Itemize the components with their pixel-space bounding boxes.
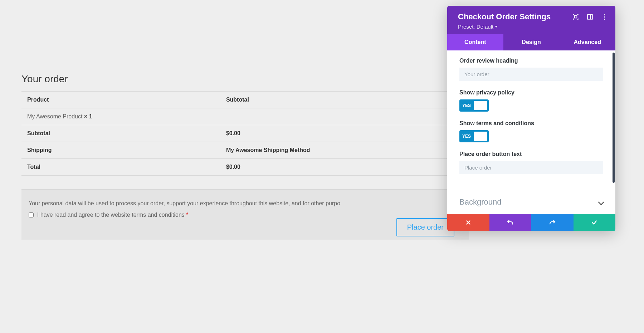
preset-label: Preset: Default xyxy=(458,24,493,30)
tab-advanced[interactable]: Advanced xyxy=(559,34,615,50)
checkout-main: Your order Product Subtotal My Awesome P… xyxy=(0,0,490,251)
panel-tabs: Content Design Advanced xyxy=(447,34,615,50)
privacy-toggle[interactable]: YES xyxy=(459,99,489,112)
total-label: Total xyxy=(21,159,220,176)
toggle-knob xyxy=(474,101,487,110)
layout-icon[interactable] xyxy=(587,14,593,20)
accordion-background[interactable]: Background xyxy=(447,190,615,214)
subtotal-row: Subtotal $0.00 xyxy=(21,125,469,142)
toggle-knob xyxy=(474,132,487,141)
panel-title: Checkout Order Settings xyxy=(458,12,551,21)
settings-panel: Checkout Order Settings xyxy=(447,6,615,231)
redo-icon xyxy=(549,219,556,226)
required-asterisk: * xyxy=(186,212,188,218)
field-terms: Show terms and conditions YES xyxy=(459,120,603,142)
cancel-button[interactable] xyxy=(447,214,489,231)
tab-content[interactable]: Content xyxy=(447,34,503,50)
close-icon xyxy=(465,219,472,226)
terms-toggle[interactable]: YES xyxy=(459,130,489,142)
chevron-down-icon xyxy=(598,199,604,205)
terms-toggle-text: YES xyxy=(462,130,471,142)
product-subtotal-cell xyxy=(220,108,469,125)
button-text-input[interactable] xyxy=(459,161,603,174)
shipping-row: Shipping My Awesome Shipping Method xyxy=(21,142,469,159)
table-row: My Awesome Product × 1 xyxy=(21,108,469,125)
subtotal-value: $0.00 xyxy=(220,125,469,142)
terms-text: I have read and agree to the website ter… xyxy=(37,212,186,218)
privacy-label: Show privacy policy xyxy=(459,89,603,96)
tab-design[interactable]: Design xyxy=(503,34,560,50)
privacy-text: Your personal data will be used to proce… xyxy=(29,200,462,207)
product-cell: My Awesome Product × 1 xyxy=(21,108,220,125)
terms-label: I have read and agree to the website ter… xyxy=(37,212,189,218)
order-table: Product Subtotal My Awesome Product × 1 … xyxy=(21,91,469,176)
order-heading-label: Order review heading xyxy=(459,58,603,64)
panel-footer xyxy=(447,214,615,231)
total-row: Total $0.00 xyxy=(21,159,469,176)
order-heading: Your order xyxy=(21,73,469,85)
svg-rect-1 xyxy=(587,14,592,19)
table-header-row: Product Subtotal xyxy=(21,92,469,108)
field-button-text: Place order button text xyxy=(459,151,603,174)
place-order-wrap: Place order xyxy=(21,218,469,236)
shipping-label: Shipping xyxy=(21,142,220,159)
svg-rect-0 xyxy=(575,16,577,18)
panel-body: Order review heading Show privacy policy… xyxy=(447,50,615,190)
total-value: $0.00 xyxy=(220,159,469,176)
redo-button[interactable] xyxy=(531,214,574,231)
check-icon xyxy=(591,219,597,226)
terms-row[interactable]: I have read and agree to the website ter… xyxy=(29,212,462,218)
col-subtotal: Subtotal xyxy=(220,92,469,108)
product-name: My Awesome Product xyxy=(27,113,84,119)
expand-icon[interactable] xyxy=(572,14,579,20)
field-order-heading: Order review heading xyxy=(459,58,603,81)
field-privacy: Show privacy policy YES xyxy=(459,89,603,112)
undo-button[interactable] xyxy=(489,214,532,231)
place-order-button[interactable]: Place order xyxy=(396,218,454,236)
scrollbar[interactable] xyxy=(613,53,615,183)
privacy-toggle-text: YES xyxy=(462,99,471,112)
undo-icon xyxy=(507,219,513,226)
panel-preset[interactable]: Preset: Default xyxy=(458,24,608,30)
terms-field-label: Show terms and conditions xyxy=(459,120,603,127)
panel-header: Checkout Order Settings xyxy=(447,6,615,34)
caret-down-icon xyxy=(495,26,498,28)
kebab-menu-icon[interactable] xyxy=(601,14,608,20)
save-button[interactable] xyxy=(574,214,616,231)
button-text-label: Place order button text xyxy=(459,151,603,157)
shipping-value: My Awesome Shipping Method xyxy=(220,142,469,159)
subtotal-label: Subtotal xyxy=(21,125,220,142)
accordion-label: Background xyxy=(459,197,501,207)
product-qty: × 1 xyxy=(84,113,92,119)
terms-checkbox[interactable] xyxy=(29,212,34,217)
col-product: Product xyxy=(21,92,220,108)
order-heading-input[interactable] xyxy=(459,68,603,81)
